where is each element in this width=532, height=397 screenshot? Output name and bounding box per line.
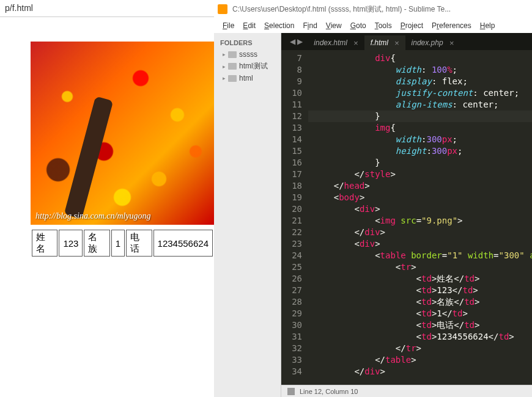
tree-label: html测试 [239,61,268,71]
app-icon [218,4,227,14]
tree-item[interactable]: ▸html [216,73,278,84]
preview-table: 姓名 123 名族 1 电话 1234556624 [31,228,214,258]
code-editor[interactable]: 7891011121314151617181920212223242526272… [281,50,532,385]
decoration [64,97,114,219]
tab-label: index.php [412,38,443,47]
folder-tree: ▸sssss▸html测试▸html [216,49,278,84]
status-bar: Line 12, Column 10 Tab Size: 4 HTML [281,385,532,397]
browser-pane: p/f.html http://blog.sina.com.cn/mlyugon… [0,0,214,397]
cell-phone-label: 电话 [126,230,152,257]
tab-bar: ◀ ▶ index.html×f.html×index.php× [281,33,532,50]
status-position: Line 12, Column 10 [300,388,358,395]
tree-label: html [239,74,253,82]
chevron-right-icon: ▸ [223,64,226,70]
code-content[interactable]: div{ width: 100%; display: flex; justify… [308,50,532,385]
menu-view[interactable]: View [322,20,345,31]
cell-ethnic-value: 1 [111,230,125,257]
menu-selection[interactable]: Selection [260,20,298,31]
tab[interactable]: index.html× [308,35,364,50]
menu-help[interactable]: Help [476,20,499,31]
close-icon[interactable]: × [353,38,358,48]
cell-name-value: 123 [59,230,83,257]
menu-edit[interactable]: Edit [239,20,259,31]
status-icon [287,388,295,395]
chevron-right-icon: ▸ [223,75,226,81]
tab[interactable]: f.html× [364,35,405,50]
preview-image: http://blog.sina.com.cn/mlyugong [31,42,214,225]
tab-label: index.html [314,38,347,47]
address-bar[interactable]: p/f.html [0,0,214,17]
tree-item[interactable]: ▸html测试 [216,60,278,73]
tree-label: sssss [239,50,257,59]
menu-bar: File Edit Selection Find View Goto Tools… [214,18,532,33]
cell-phone-value: 1234556624 [153,230,213,257]
menu-find[interactable]: Find [299,20,320,31]
code-area: ◀ ▶ index.html×f.html×index.php× 7891011… [281,33,532,397]
editor-window: C:\Users\user\Desktop\f.html (sssss, htm… [214,0,532,397]
close-icon[interactable]: × [449,38,454,48]
folder-icon [228,63,237,70]
menu-file[interactable]: File [219,20,238,31]
tree-item[interactable]: ▸sssss [216,49,278,60]
browser-content: http://blog.sina.com.cn/mlyugong 姓名 123 … [0,17,214,258]
sidebar: FOLDERS ▸sssss▸html测试▸html [214,33,281,397]
folder-icon [228,51,237,58]
folders-header: FOLDERS [216,37,278,49]
cell-name-label: 姓名 [32,230,57,257]
image-watermark: http://blog.sina.com.cn/mlyugong [35,211,151,221]
line-gutter: 7891011121314151617181920212223242526272… [281,50,308,385]
close-icon[interactable]: × [394,38,399,48]
menu-project[interactable]: Project [397,20,427,31]
menu-goto[interactable]: Goto [347,20,370,31]
menu-preferences[interactable]: Preferences [428,20,475,31]
window-title: C:\Users\user\Desktop\f.html (sssss, htm… [232,4,532,15]
tab-nav-arrows[interactable]: ◀ ▶ [285,37,308,46]
tab-label: f.html [371,38,388,47]
chevron-right-icon: ▸ [223,51,226,57]
table-row: 姓名 123 名族 1 电话 1234556624 [32,230,213,257]
cell-ethnic-label: 名族 [84,230,109,257]
folder-icon [228,75,237,82]
menu-tools[interactable]: Tools [371,20,396,31]
title-bar[interactable]: C:\Users\user\Desktop\f.html (sssss, htm… [214,0,532,18]
tab[interactable]: index.php× [405,35,460,50]
